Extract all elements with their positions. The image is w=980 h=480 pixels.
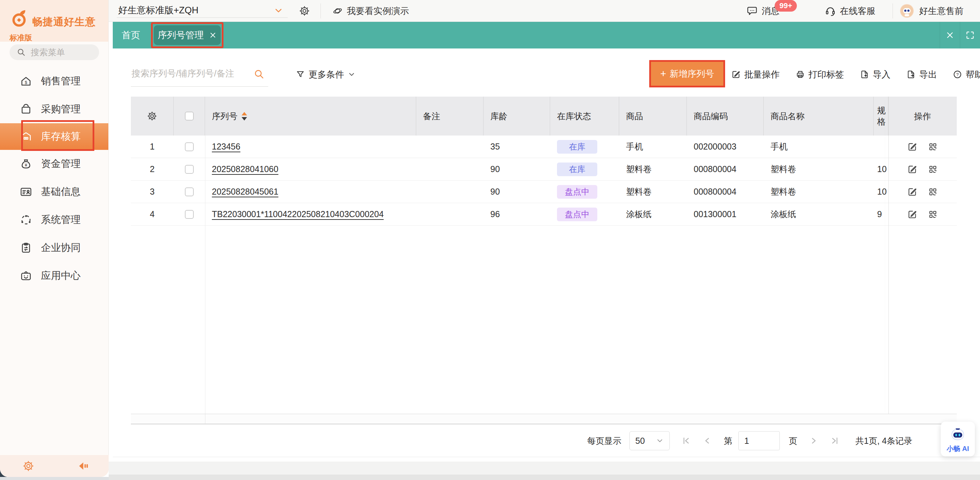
avatar[interactable] [900,4,914,18]
demo-icon [332,6,343,16]
grid-actions-icon[interactable] [928,209,938,220]
last-page-icon[interactable] [830,436,840,445]
grid-actions-icon[interactable] [928,187,938,197]
serial-search[interactable] [131,62,268,87]
logo-area: 畅捷通好生意 标准版 [0,0,108,42]
row-index: 2 [131,158,173,180]
batch-label: 批量操作 [744,69,780,81]
serial-cell: 20250828045061 [205,181,416,203]
ops-cell [888,181,957,203]
sidebar-item-inventory[interactable]: 库存核算 [0,123,108,150]
row-select-cell [173,181,205,203]
export-button[interactable]: 导出 [906,69,937,81]
edit-row-icon[interactable] [907,142,918,152]
edit-row-icon[interactable] [907,187,918,197]
robot-avatar-icon [900,4,914,18]
ai-assistant-button[interactable]: 小畅 AI [941,421,975,456]
serial-link[interactable]: 123456 [212,142,240,152]
messages-badge: 99+ [775,0,797,12]
spec-cell [874,136,888,158]
gear-icon[interactable] [299,5,310,16]
column-settings-gear-icon[interactable] [147,111,157,121]
sidebar-item-basic-info[interactable]: 基础信息 [0,178,108,206]
online-support-button[interactable]: 在线客服 [825,0,875,22]
tab-close-icon[interactable] [209,31,217,39]
spec-cell: 10 [874,181,888,203]
collapse-sidebar-icon[interactable] [77,460,89,472]
prev-page-icon[interactable] [703,436,712,445]
batch-operations-button[interactable]: 批量操作 [731,69,780,81]
sidebar-item-sales[interactable]: 销售管理 [0,67,108,95]
message-bubble-icon [747,5,757,16]
row-checkbox[interactable] [185,210,194,219]
row-checkbox[interactable] [185,165,194,174]
sidebar-item-label: 基础信息 [41,185,81,199]
sidebar-item-label: 资金管理 [41,157,81,171]
name-cell: 塑料卷 [764,181,874,203]
settings-gear-icon[interactable] [22,460,34,472]
account-switcher[interactable]: 好生意标准版+ZQH [117,0,288,18]
tab-serial-management[interactable]: 序列号管理 [154,25,221,45]
table-row[interactable]: 3 20250828045061 90 盘点中 塑料卷 000800004 塑料… [131,181,957,203]
row-checkbox[interactable] [185,187,194,196]
network-icon [20,214,32,226]
next-page-icon[interactable] [809,436,818,445]
serial-link[interactable]: TB22030001*110042202508210403C000204 [212,209,384,219]
serial-table: 序列号 备注 库龄 在库状态 商品 商品编码 商品名称 规格 操作 1 1234… [131,97,957,226]
main-content: 更多条件 + 新增序列号 批量操作 打印标签 导入 导出 帮助 [109,49,980,461]
sidebar-item-app-center[interactable]: 应用中心 [0,262,108,290]
row-select-cell [173,203,205,225]
serial-link[interactable]: 20250828045061 [212,187,278,196]
help-button[interactable]: 帮助 [953,69,980,81]
demo-link[interactable]: 我要看实例演示 [332,0,409,22]
messages-button[interactable]: 消息 99+ [747,0,780,22]
header-serial[interactable]: 序列号 [205,97,416,136]
grid-actions-icon[interactable] [928,164,938,174]
table-row[interactable]: 2 20250828041060 90 在库 塑料卷 000800004 塑料卷… [131,158,957,181]
age-cell: 90 [484,158,550,180]
search-icon[interactable] [253,68,265,80]
edit-row-icon[interactable] [907,209,918,220]
menu-search-input[interactable] [31,48,89,57]
sidebar-item-collaboration[interactable]: 企业协同 [0,234,108,262]
divider [892,3,893,19]
row-checkbox[interactable] [185,143,194,151]
first-page-icon[interactable] [681,436,691,445]
menu-search[interactable] [10,44,99,60]
house-dollar-icon [20,75,32,87]
sidebar-item-purchase[interactable]: 采购管理 [0,95,108,123]
header-status: 在库状态 [550,97,619,136]
close-all-tabs-button[interactable] [940,30,960,40]
serial-search-input[interactable] [132,68,244,79]
fullscreen-icon [965,30,975,40]
shopping-bag-icon [20,103,32,116]
grid-actions-icon[interactable] [928,142,938,152]
row-select-cell [173,136,205,158]
print-labels-button[interactable]: 打印标签 [795,69,844,81]
sidebar-item-funds[interactable]: 资金管理 [0,150,108,178]
header-spec: 规格 [874,97,888,136]
sidebar-bottom-edge [0,477,109,480]
serial-link[interactable]: 20250828041060 [212,164,278,174]
edit-row-icon[interactable] [907,164,918,174]
sidebar-item-system[interactable]: 系统管理 [0,206,108,234]
status-badge: 盘点中 [557,185,597,199]
table-footer-strip[interactable] [131,414,957,425]
user-name[interactable]: 好生意售前 [919,0,964,22]
per-page-select[interactable]: 50 [629,431,670,450]
more-filters-button[interactable]: 更多条件 [296,62,356,87]
import-button[interactable]: 导入 [860,69,891,81]
chevron-down-icon [656,437,664,445]
sort-carets[interactable] [242,112,247,120]
sort-desc-icon [242,117,247,120]
table-row[interactable]: 1 123456 35 在库 手机 002000003 手机 [131,136,957,158]
page-input[interactable] [738,431,780,450]
fullscreen-button[interactable] [960,30,980,40]
tab-home[interactable]: 首页 [122,22,140,49]
import-label: 导入 [873,69,891,81]
table-row[interactable]: 4 TB22030001*110042202508210403C000204 9… [131,203,957,226]
sidebar-item-label: 采购管理 [41,102,81,116]
row-select-cell [173,158,205,180]
add-serial-button[interactable]: + 新增序列号 [651,62,723,86]
select-all-checkbox[interactable] [185,112,194,120]
